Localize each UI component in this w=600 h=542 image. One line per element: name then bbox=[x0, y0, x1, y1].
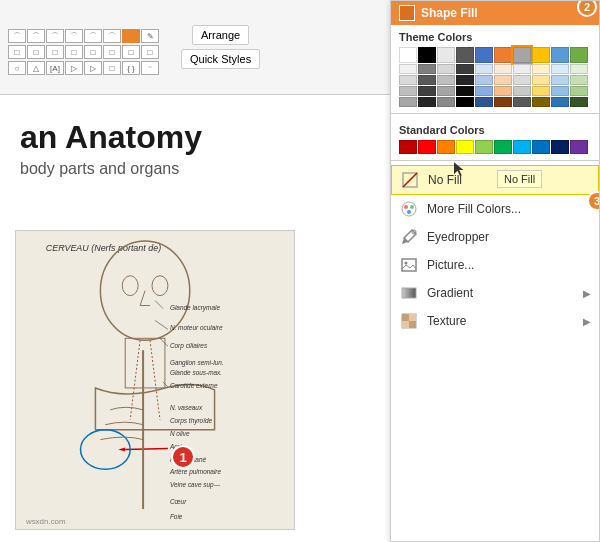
shape-icon[interactable]: △ bbox=[27, 61, 45, 75]
theme-swatch[interactable] bbox=[532, 64, 550, 74]
shape-icon[interactable]: ⌒ bbox=[65, 29, 83, 43]
shape-icon[interactable]: ⌒ bbox=[84, 29, 102, 43]
shape-icon[interactable]: ⌒ bbox=[27, 29, 45, 43]
theme-swatch[interactable] bbox=[437, 97, 455, 107]
theme-swatch[interactable] bbox=[437, 86, 455, 96]
theme-swatch[interactable] bbox=[513, 86, 531, 96]
theme-swatch[interactable] bbox=[475, 86, 493, 96]
shape-icon[interactable]: □ bbox=[103, 45, 121, 59]
shape-icon[interactable]: [A] bbox=[46, 61, 64, 75]
shape-icon[interactable] bbox=[122, 29, 140, 43]
theme-swatch[interactable] bbox=[513, 75, 531, 85]
theme-swatch[interactable] bbox=[437, 64, 455, 74]
theme-swatch[interactable] bbox=[494, 47, 512, 63]
theme-swatch[interactable] bbox=[399, 47, 417, 63]
theme-swatch[interactable] bbox=[551, 64, 569, 74]
no-fill-item[interactable]: No Fill No Fill bbox=[391, 165, 599, 195]
arrange-button[interactable]: Arrange bbox=[192, 25, 249, 45]
shape-icon[interactable]: ⌒ bbox=[46, 29, 64, 43]
theme-swatch[interactable] bbox=[475, 64, 493, 74]
divider-1 bbox=[391, 113, 599, 114]
divider-2 bbox=[391, 160, 599, 161]
theme-swatch[interactable] bbox=[418, 86, 436, 96]
theme-swatch[interactable] bbox=[437, 47, 455, 63]
theme-swatch[interactable] bbox=[551, 97, 569, 107]
theme-swatch[interactable] bbox=[456, 47, 474, 63]
theme-colors-label: Theme Colors bbox=[391, 25, 599, 45]
theme-swatch[interactable] bbox=[475, 97, 493, 107]
theme-swatch[interactable] bbox=[456, 97, 474, 107]
svg-rect-42 bbox=[409, 321, 416, 328]
shape-icon[interactable]: □ bbox=[27, 45, 45, 59]
theme-swatch[interactable] bbox=[532, 97, 550, 107]
theme-swatch[interactable] bbox=[551, 75, 569, 85]
standard-swatch[interactable] bbox=[551, 140, 569, 154]
theme-swatch[interactable] bbox=[437, 75, 455, 85]
theme-swatch[interactable] bbox=[494, 75, 512, 85]
standard-swatch[interactable] bbox=[437, 140, 455, 154]
dropdown-panel: Shape Fill 2 Theme Colors Standard Color… bbox=[390, 0, 600, 542]
shape-icon[interactable]: ○ bbox=[8, 61, 26, 75]
theme-swatch[interactable] bbox=[456, 64, 474, 74]
theme-swatch[interactable] bbox=[551, 47, 569, 63]
shape-icon[interactable]: □ bbox=[65, 45, 83, 59]
standard-swatch[interactable] bbox=[418, 140, 436, 154]
shape-icon[interactable]: ▷ bbox=[84, 61, 102, 75]
theme-swatch[interactable] bbox=[494, 97, 512, 107]
texture-item[interactable]: Texture ▶ bbox=[391, 307, 599, 335]
picture-item[interactable]: Picture... bbox=[391, 251, 599, 279]
theme-swatch[interactable] bbox=[513, 47, 531, 63]
theme-swatch[interactable] bbox=[418, 47, 436, 63]
theme-swatch[interactable] bbox=[418, 64, 436, 74]
theme-swatch[interactable] bbox=[494, 64, 512, 74]
svg-text:Corps thyroïde: Corps thyroïde bbox=[170, 417, 213, 425]
shape-icon[interactable]: □ bbox=[84, 45, 102, 59]
theme-swatch[interactable] bbox=[532, 47, 550, 63]
shape-icon[interactable]: □ bbox=[46, 45, 64, 59]
theme-swatch[interactable] bbox=[570, 97, 588, 107]
standard-swatch[interactable] bbox=[494, 140, 512, 154]
more-fill-colors-item[interactable]: More Fill Colors... 3 bbox=[391, 195, 599, 223]
standard-swatch[interactable] bbox=[532, 140, 550, 154]
theme-swatch[interactable] bbox=[456, 75, 474, 85]
theme-swatch[interactable] bbox=[399, 64, 417, 74]
theme-swatch[interactable] bbox=[570, 75, 588, 85]
shape-icon[interactable]: □ bbox=[122, 45, 140, 59]
theme-swatch[interactable] bbox=[399, 86, 417, 96]
standard-swatch[interactable] bbox=[475, 140, 493, 154]
shape-icon[interactable]: □ bbox=[141, 45, 159, 59]
theme-swatch[interactable] bbox=[513, 97, 531, 107]
shape-icon[interactable]: □ bbox=[8, 45, 26, 59]
theme-swatch[interactable] bbox=[513, 64, 531, 74]
quick-styles-button[interactable]: Quick Styles bbox=[181, 49, 260, 69]
theme-swatch[interactable] bbox=[475, 47, 493, 63]
shape-icon[interactable]: ⌒ bbox=[103, 29, 121, 43]
standard-swatch[interactable] bbox=[399, 140, 417, 154]
theme-swatch[interactable] bbox=[570, 64, 588, 74]
badge-1: 1 bbox=[171, 445, 195, 469]
shape-icon[interactable]: ⁻ bbox=[141, 61, 159, 75]
theme-swatch[interactable] bbox=[494, 86, 512, 96]
theme-swatch[interactable] bbox=[551, 86, 569, 96]
theme-swatch[interactable] bbox=[532, 86, 550, 96]
theme-swatch[interactable] bbox=[418, 97, 436, 107]
shape-fill-icon bbox=[399, 5, 415, 21]
theme-swatch[interactable] bbox=[418, 75, 436, 85]
shape-icon[interactable]: ⌒ bbox=[8, 29, 26, 43]
eyedropper-item[interactable]: Eyedropper bbox=[391, 223, 599, 251]
shape-icon[interactable]: □ bbox=[103, 61, 121, 75]
shape-icon[interactable]: { } bbox=[122, 61, 140, 75]
theme-swatch[interactable] bbox=[399, 75, 417, 85]
standard-swatch[interactable] bbox=[456, 140, 474, 154]
shape-icon[interactable]: ✎ bbox=[141, 29, 159, 43]
theme-swatch[interactable] bbox=[570, 86, 588, 96]
theme-swatch[interactable] bbox=[532, 75, 550, 85]
theme-swatch[interactable] bbox=[475, 75, 493, 85]
shape-icon[interactable]: ▷ bbox=[65, 61, 83, 75]
theme-swatch[interactable] bbox=[399, 97, 417, 107]
standard-swatch[interactable] bbox=[570, 140, 588, 154]
gradient-item[interactable]: Gradient ▶ bbox=[391, 279, 599, 307]
theme-swatch[interactable] bbox=[456, 86, 474, 96]
theme-swatch[interactable] bbox=[570, 47, 588, 63]
standard-swatch[interactable] bbox=[513, 140, 531, 154]
